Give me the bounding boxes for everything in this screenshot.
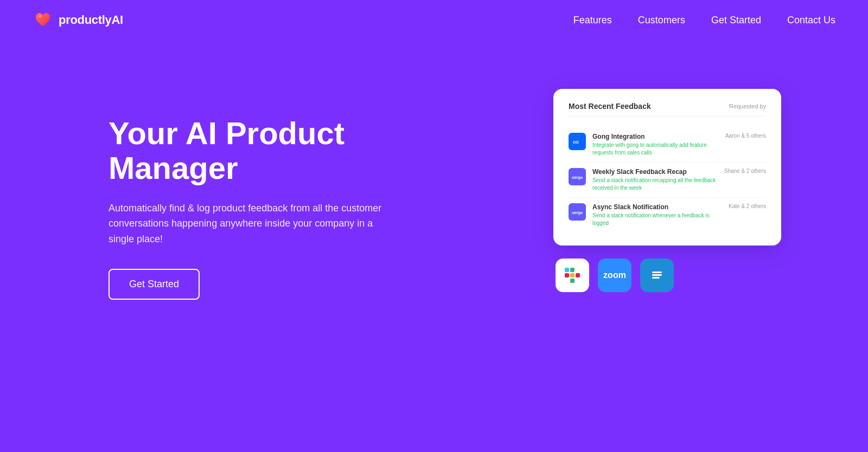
svg-rect-9 <box>576 273 580 277</box>
item-desc: Send a slack notification whenever a fee… <box>592 212 722 227</box>
logo-text: productlyAI <box>59 13 123 27</box>
nav-contact-us[interactable]: Contact Us <box>787 15 835 26</box>
stripe-logo: stripe <box>569 168 586 185</box>
feedback-item: stripe Async Slack Notification Send a s… <box>569 198 766 233</box>
feedback-item: stripe Weekly Slack Feedback Recap Send … <box>569 163 766 198</box>
hero-right: Most Recent Feedback Requested by OO Gon… <box>553 89 781 292</box>
svg-rect-12 <box>652 272 662 273</box>
zoom-icon: zoom <box>598 259 631 292</box>
svg-text:OO: OO <box>573 140 579 144</box>
hero-subtitle: Automatically find & log product feedbac… <box>108 201 391 247</box>
item-requestors: Aaron & 5 others <box>725 133 766 139</box>
card-requested-by: Requested by <box>729 103 766 109</box>
cta-get-started-button[interactable]: Get Started <box>108 269 200 300</box>
navbar: productlyAI Features Customers Get Start… <box>0 0 868 40</box>
logo-icon <box>33 10 53 30</box>
svg-point-1 <box>39 15 42 17</box>
svg-rect-8 <box>570 273 575 277</box>
stripe-logo-2: stripe <box>569 203 586 221</box>
meta-logo: OO <box>569 133 586 150</box>
item-content: Gong Integration Integrate with gong to … <box>592 133 719 157</box>
item-name: Weekly Slack Feedback Recap <box>592 168 718 176</box>
item-requestors: Shane & 2 others <box>724 168 766 174</box>
nav-customers[interactable]: Customers <box>638 15 685 26</box>
item-requestors: Kate & 2 others <box>729 203 766 209</box>
svg-rect-5 <box>565 273 569 277</box>
item-name: Gong Integration <box>592 133 719 140</box>
svg-rect-7 <box>570 268 575 272</box>
nav-links: Features Customers Get Started Contact U… <box>573 15 835 26</box>
integration-icons: zoom <box>553 259 674 292</box>
card-header: Most Recent Feedback Requested by <box>569 102 766 117</box>
intercom-icon <box>640 259 674 292</box>
svg-rect-6 <box>565 268 569 272</box>
svg-text:stripe: stripe <box>572 210 583 215</box>
zoom-text: zoom <box>603 270 626 280</box>
nav-features[interactable]: Features <box>573 15 612 26</box>
svg-rect-13 <box>652 274 662 276</box>
item-desc: Send a slack notification recapping all … <box>592 177 718 192</box>
logo[interactable]: productlyAI <box>33 10 123 30</box>
item-content: Weekly Slack Feedback Recap Send a slack… <box>592 168 718 192</box>
item-content: Async Slack Notification Send a slack no… <box>592 203 722 227</box>
svg-rect-10 <box>570 279 575 283</box>
item-desc: Integrate with gong to automatically add… <box>592 141 719 157</box>
hero-title: Your AI Product Manager <box>108 116 445 185</box>
feedback-item: OO Gong Integration Integrate with gong … <box>569 127 766 163</box>
hero-section: Your AI Product Manager Automatically fi… <box>0 51 868 300</box>
svg-text:stripe: stripe <box>572 175 583 180</box>
card-title: Most Recent Feedback <box>569 102 651 111</box>
hero-left: Your AI Product Manager Automatically fi… <box>108 94 445 300</box>
feedback-card: Most Recent Feedback Requested by OO Gon… <box>553 89 781 246</box>
item-name: Async Slack Notification <box>592 203 722 211</box>
nav-get-started[interactable]: Get Started <box>711 15 761 26</box>
slack-icon <box>556 259 589 292</box>
svg-rect-14 <box>652 277 660 279</box>
